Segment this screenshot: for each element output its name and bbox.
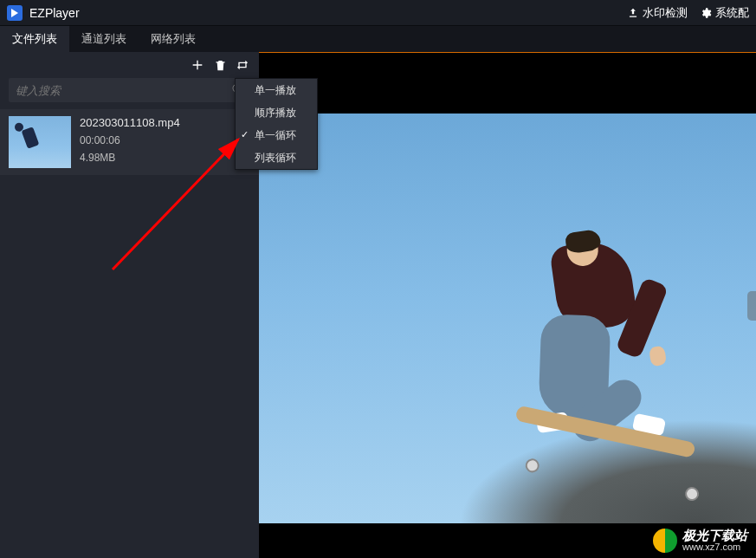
tab-channel-list[interactable]: 通道列表 <box>69 26 139 52</box>
watermark-site-name: 极光下载站 <box>682 529 747 542</box>
menu-single-loop-label: 单一循环 <box>255 128 296 143</box>
gear-icon <box>700 7 712 19</box>
watermark-logo-icon <box>653 529 677 553</box>
menu-list-loop[interactable]: 列表循环 <box>236 146 317 169</box>
menu-sequential-label: 顺序播放 <box>255 106 296 120</box>
sidebar-tabs: 文件列表 通道列表 网络列表 <box>0 26 756 52</box>
file-duration: 00:00:06 <box>80 134 180 146</box>
video-player[interactable] <box>259 52 756 558</box>
upload-icon <box>627 7 639 19</box>
file-list-item[interactable]: 202303011108.mp4 00:00:06 4.98MB <box>0 109 259 175</box>
settings-label: 系统配 <box>715 5 749 21</box>
search-row <box>0 78 259 109</box>
app-logo-icon <box>7 5 23 21</box>
tab-file-list[interactable]: 文件列表 <box>0 26 69 52</box>
file-name: 202303011108.mp4 <box>80 116 180 129</box>
video-frame <box>259 114 756 523</box>
side-handle[interactable] <box>747 291 756 321</box>
watermark-detect-label: 水印检测 <box>643 5 688 21</box>
check-icon: ✓ <box>241 129 249 140</box>
menu-sequential-play[interactable]: 顺序播放 <box>236 101 317 124</box>
file-thumbnail <box>9 116 71 168</box>
loop-mode-button[interactable] <box>235 57 250 73</box>
menu-single-play[interactable]: 单一播放 <box>236 79 317 101</box>
sidebar: 202303011108.mp4 00:00:06 4.98MB <box>0 52 259 558</box>
settings-button[interactable]: 系统配 <box>700 5 749 21</box>
tab-network-list[interactable]: 网络列表 <box>139 26 208 52</box>
sidebar-toolbar <box>0 52 259 78</box>
add-button[interactable] <box>190 57 205 73</box>
menu-list-loop-label: 列表循环 <box>255 151 296 165</box>
trash-icon <box>214 59 227 72</box>
app-title: EZPlayer <box>29 6 80 20</box>
file-size: 4.98MB <box>80 152 180 164</box>
search-input[interactable] <box>16 84 231 97</box>
site-watermark: 极光下载站 www.xz7.com <box>653 529 747 553</box>
delete-button[interactable] <box>212 57 228 73</box>
app-logo-wrap: EZPlayer <box>7 5 80 21</box>
video-content-figure <box>505 226 671 451</box>
watermark-detect-button[interactable]: 水印检测 <box>627 5 688 21</box>
title-bar: EZPlayer 水印检测 系统配 <box>0 0 756 26</box>
playback-mode-menu: 单一播放 顺序播放 ✓ 单一循环 列表循环 <box>235 78 318 170</box>
search-box[interactable] <box>9 78 250 102</box>
menu-single-loop[interactable]: ✓ 单一循环 <box>236 124 317 146</box>
loop-icon <box>236 58 249 72</box>
menu-single-play-label: 单一播放 <box>255 83 296 98</box>
file-meta: 202303011108.mp4 00:00:06 4.98MB <box>80 116 180 168</box>
watermark-site-url: www.xz7.com <box>682 542 747 553</box>
plus-icon <box>191 58 204 72</box>
